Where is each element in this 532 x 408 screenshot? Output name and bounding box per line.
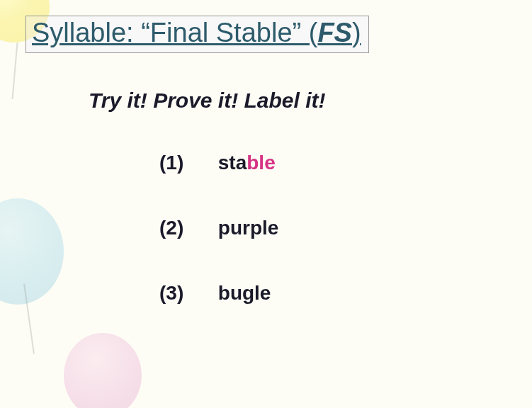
list-item: (3) bugle: [159, 282, 511, 305]
slide-content: Syllable: “Final Stable” (FS) Try it! Pr…: [0, 0, 532, 363]
word-part-plain: sta: [218, 152, 247, 174]
word-part-plain: purple: [218, 217, 279, 239]
title-suffix: ): [352, 18, 361, 47]
list-item: (2) purple: [159, 217, 511, 239]
title-box: Syllable: “Final Stable” (FS): [26, 16, 369, 53]
title-prefix: Syllable: “Final Stable” (: [32, 18, 317, 47]
slide-subtitle: Try it! Prove it! Label it!: [89, 89, 511, 113]
title-fs: FS: [317, 18, 352, 47]
slide-title: Syllable: “Final Stable” (FS): [32, 18, 361, 47]
list-item: (1) stable: [159, 152, 511, 174]
item-number: (2): [159, 217, 213, 239]
item-number: (3): [159, 282, 213, 305]
word-part-highlight: ble: [247, 152, 275, 174]
word-part-plain: bugle: [218, 282, 271, 304]
word-list: (1) stable (2) purple (3) bugle: [159, 152, 511, 305]
item-number: (1): [159, 152, 213, 174]
